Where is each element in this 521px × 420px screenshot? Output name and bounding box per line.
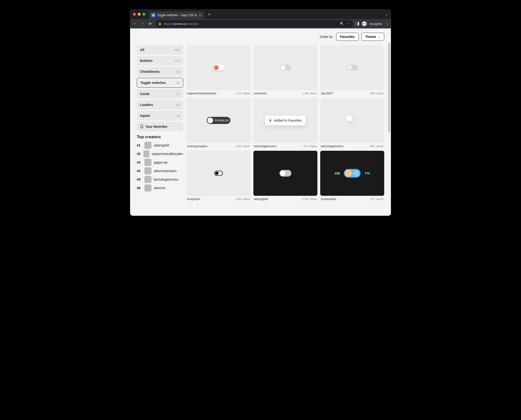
category-label: Buttons	[140, 59, 153, 63]
search-icon[interactable]: 🔍	[340, 22, 344, 26]
browser-toolbar: ← → ⟳ 🔒 https://uiverse.io/switches 🔍 ☆ …	[130, 19, 391, 29]
sort-favorites-button[interactable]: Favorites	[336, 33, 359, 41]
component-card[interactable]: Jay-9527935 views	[320, 45, 384, 95]
component-card[interactable]: ♥ Added to Favorites barisdogansutcu372 …	[253, 98, 317, 148]
card-views: 1.5K views	[235, 144, 250, 148]
heart-icon: ♥	[269, 118, 272, 123]
your-favorites-link[interactable]: Your favorites	[137, 122, 183, 131]
favorites-label: Your favorites	[145, 125, 167, 128]
category-inputs[interactable]: Inputs 19	[137, 111, 183, 120]
creator-row[interactable]: #2satyamchaudharydev	[137, 150, 183, 158]
category-count: 173	[175, 59, 180, 63]
back-button[interactable]: ←	[133, 22, 137, 26]
card-views: 1.1K views	[235, 91, 250, 95]
category-label: Toggle switches	[140, 81, 166, 85]
avatar	[144, 184, 151, 192]
bookmark-star-icon[interactable]: ☆	[347, 22, 350, 26]
toggle-preview	[280, 64, 291, 71]
favicon-icon: io	[151, 13, 155, 17]
category-checkboxes[interactable]: Checkboxes 25	[137, 67, 183, 76]
card-author[interactable]: Voxybuns	[187, 197, 200, 201]
browser-menu-button[interactable]: ⋮	[385, 22, 388, 26]
card-author[interactable]: barisdogansutcu	[254, 144, 276, 148]
creator-row[interactable]: #5barisdogansutcu	[137, 176, 183, 183]
component-card[interactable]: AM PM mobinkakei227 views	[320, 151, 384, 201]
card-author[interactable]: satyamchaudharydev	[187, 91, 216, 95]
component-card[interactable]: satyamchaudharydev1.1K views	[187, 45, 250, 95]
creator-row[interactable]: #1adamgiebl	[137, 142, 183, 149]
avatar	[144, 176, 151, 183]
card-views: 2.5K views	[302, 197, 317, 201]
category-count: 71	[177, 92, 180, 96]
category-all[interactable]: All 410	[137, 45, 183, 54]
card-views: 935 views	[370, 91, 384, 95]
favorites-toast: ♥ Added to Favorites	[265, 116, 306, 125]
component-card[interactable]: barisdogansutcu891 views	[320, 98, 384, 148]
card-author[interactable]: victoryamaykin	[187, 144, 207, 148]
new-tab-button[interactable]: ＋	[207, 11, 211, 17]
creator-row[interactable]: #3gagan-gv	[137, 159, 183, 166]
card-author[interactable]: mobinkakei	[321, 197, 336, 201]
category-count: 19	[177, 114, 180, 118]
order-bar: Order by Favorites Theme ⌄	[137, 33, 384, 41]
category-buttons[interactable]: Buttons 173	[137, 56, 183, 65]
component-card[interactable]: Voxybuns2.6K views	[187, 151, 250, 201]
category-count: 93	[177, 103, 180, 107]
category-label: Cards	[140, 92, 150, 96]
page-content: Order by Favorites Theme ⌄ All 410 Butto…	[130, 29, 391, 216]
card-views: 372 views	[303, 144, 317, 148]
tab-title: Toggle switches - copy CSS &	[157, 14, 197, 17]
card-views: 891 views	[370, 144, 384, 148]
lock-icon: 🔒	[158, 22, 162, 25]
card-author[interactable]: adamgiebl	[254, 197, 268, 201]
scrollbar-thumb[interactable]	[388, 43, 390, 133]
toggle-preview	[347, 65, 358, 70]
category-count: 25	[177, 70, 180, 74]
avatar	[144, 142, 151, 149]
incognito-label: Incognito	[370, 22, 382, 26]
theme-dropdown-button[interactable]: Theme ⌄	[361, 33, 384, 41]
card-views: 1.4K views	[302, 91, 317, 95]
top-creators-heading: Top creators	[137, 135, 183, 139]
toggle-preview: DISABLED	[207, 117, 230, 124]
incognito-icon: 👓	[362, 21, 367, 26]
toggle-preview: AM PM	[335, 169, 370, 178]
address-bar[interactable]: 🔒 https://uiverse.io/switches 🔍 ☆	[155, 20, 353, 27]
avatar	[144, 167, 151, 174]
window-controls	[133, 13, 145, 16]
forward-button[interactable]: →	[140, 22, 145, 26]
close-window-icon[interactable]	[133, 13, 136, 16]
browser-tab[interactable]: io Toggle switches - copy CSS & ✕	[149, 11, 204, 19]
browser-window: io Toggle switches - copy CSS & ✕ ＋ ⌄ ← …	[130, 9, 391, 216]
category-count: 29	[176, 81, 180, 85]
category-cards[interactable]: Cards 71	[137, 89, 183, 99]
category-toggle-switches[interactable]: Toggle switches 29	[137, 78, 183, 88]
component-grid: satyamchaudharydev1.1K views namecho1.4K…	[187, 45, 384, 201]
sidebar: All 410 Buttons 173 Checkboxes 25 Toggle…	[137, 45, 183, 201]
category-label: Checkboxes	[140, 70, 159, 74]
minimize-window-icon[interactable]	[138, 13, 141, 16]
component-card[interactable]: namecho1.4K views	[253, 45, 317, 95]
avatar	[144, 159, 151, 166]
maximize-window-icon[interactable]	[143, 13, 145, 16]
category-loaders[interactable]: Loaders 93	[137, 100, 183, 110]
component-card[interactable]: DISABLED victoryamaykin1.5K views	[187, 98, 250, 148]
tabs-overflow-icon[interactable]: ⌄	[385, 12, 388, 16]
category-label: Inputs	[140, 114, 150, 118]
category-label: Loaders	[140, 103, 153, 107]
panel-icon[interactable]	[356, 22, 359, 25]
avatar	[143, 150, 149, 158]
card-author[interactable]: barisdogansutcu	[321, 144, 343, 148]
component-card[interactable]: adamgiebl2.5K views	[253, 151, 317, 201]
titlebar: io Toggle switches - copy CSS & ✕ ＋ ⌄	[130, 9, 391, 19]
category-label: All	[140, 48, 144, 52]
card-views: 2.6K views	[235, 197, 250, 201]
creator-row[interactable]: #6alexruix	[137, 184, 183, 192]
creator-row[interactable]: #4alexmaracinaru	[137, 167, 183, 174]
card-author[interactable]: Jay-9527	[321, 91, 333, 95]
card-views: 227 views	[370, 197, 384, 201]
reload-button[interactable]: ⟳	[148, 22, 152, 26]
close-tab-icon[interactable]: ✕	[199, 13, 202, 17]
card-author[interactable]: namecho	[254, 91, 266, 95]
toggle-preview	[213, 64, 224, 71]
